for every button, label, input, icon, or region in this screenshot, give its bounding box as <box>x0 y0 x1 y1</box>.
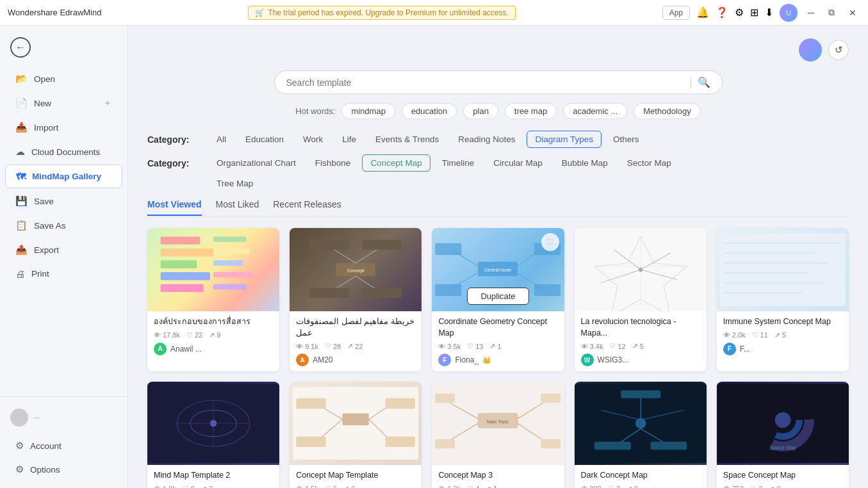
maximize-button[interactable]: ⧉ <box>824 6 839 19</box>
cat-btn-bubble-map[interactable]: Bubble Map <box>554 155 616 171</box>
tab-recent-releases[interactable]: Recent Releases <box>273 199 341 216</box>
grid-icon[interactable]: ⊞ <box>750 6 758 19</box>
template-card-9[interactable]: Dark Concept Map 👁 900 ♡ 3 ↗ 0 U User4 <box>575 382 707 488</box>
hot-word-academic[interactable]: academic ... <box>563 103 627 119</box>
card-meta-1: 👁 17.8k ♡ 22 ↗ 9 <box>154 331 273 339</box>
card-shares-6: ↗ 3 <box>201 485 213 489</box>
app-button[interactable]: App <box>662 6 690 20</box>
duplicate-overlay-3: Duplicate <box>432 281 564 311</box>
card-title-6: Mind Map Template 2 <box>154 470 273 482</box>
template-card-10[interactable]: Space Map Space Concept Map 👁 750 ♡ 2 ↗ … <box>717 382 849 488</box>
svg-line-36 <box>641 270 677 279</box>
svg-rect-17 <box>309 288 349 298</box>
card-info-2: خريطة مفاهيم لفصل المصنفوفات عمل 👁 9.1k … <box>290 311 422 371</box>
back-button[interactable]: ← <box>0 32 127 63</box>
tab-most-viewed[interactable]: Most Viewed <box>147 199 202 216</box>
refresh-button[interactable]: ↺ <box>828 40 849 60</box>
app-name: Wondershare EdrawMind <box>8 8 101 17</box>
user-avatar[interactable]: U <box>780 4 798 22</box>
heart-button-3[interactable]: ♡ <box>541 233 559 251</box>
cat-btn-org-chart[interactable]: Organizational Chart <box>209 155 304 171</box>
template-card-8[interactable]: Main Topic Concept Map 3 👁 1.2k <box>432 382 564 488</box>
hot-word-mindmap[interactable]: mindmap <box>341 103 395 119</box>
template-thumb-10: Space Map <box>717 382 849 465</box>
import-icon: 📥 <box>15 122 28 133</box>
hot-word-treemap[interactable]: tree map <box>505 103 557 119</box>
template-card-6[interactable]: Mind Map Template 2 👁 1.8k ♡ 8 ↗ 3 U Use… <box>147 382 279 488</box>
cat-btn-all[interactable]: All <box>209 131 234 147</box>
close-button[interactable]: ✕ <box>845 6 860 19</box>
card-author-3: F Fiona_ 👑 <box>438 354 557 366</box>
save-icon: 💾 <box>15 195 28 207</box>
view-tabs: Most Viewed Most Liked Recent Releases <box>147 199 849 216</box>
card-info-6: Mind Map Template 2 👁 1.8k ♡ 8 ↗ 3 U Use… <box>147 465 279 488</box>
tab-most-liked[interactable]: Most Liked <box>216 199 259 216</box>
card-views-9: 👁 900 <box>581 485 602 488</box>
sidebar-item-gallery[interactable]: 🗺 MindMap Gallery <box>5 165 122 188</box>
download-icon[interactable]: ⬇ <box>765 6 773 19</box>
search-icon[interactable]: 🔍 <box>698 76 710 88</box>
svg-rect-77 <box>621 390 660 398</box>
title-bar-center: 🛒 The trial period has expired. Upgrade … <box>248 6 516 20</box>
svg-point-75 <box>635 418 645 428</box>
cat-btn-fishbone[interactable]: Fishbone <box>307 155 359 171</box>
card-info-8: Concept Map 3 👁 1.2k ♡ 4 ↗ 1 U User3 <box>432 465 564 488</box>
duplicate-button[interactable]: Duplicate <box>467 288 528 305</box>
cat-btn-diagram-types[interactable]: Diagram Types <box>527 131 602 148</box>
sidebar-item-save[interactable]: 💾 Save <box>5 190 122 213</box>
sidebar-item-open[interactable]: 📂 Open <box>5 67 122 90</box>
template-card-1[interactable]: องค์ประกอบของการสื่อสาร 👁 17.8k ♡ 22 ↗ 9… <box>147 228 279 371</box>
cat-btn-work[interactable]: Work <box>295 131 331 147</box>
svg-rect-0 <box>161 236 201 244</box>
hot-word-plan[interactable]: plan <box>463 103 498 119</box>
account-label: Account <box>30 441 61 451</box>
gallery-label: MindMap Gallery <box>32 172 101 181</box>
card-info-7: Concept Map Template 👁 1.5k ♡ 6 ↗ 2 U Us… <box>290 465 422 488</box>
cat-btn-events[interactable]: Events & Trends <box>368 131 446 147</box>
template-card-3[interactable]: Central Node ♡ Duplicate <box>432 228 564 371</box>
settings-icon[interactable]: ⚙ <box>735 6 744 19</box>
svg-rect-8 <box>213 272 253 277</box>
hot-word-methodology[interactable]: Methodology <box>634 103 700 119</box>
cat-btn-concept-map[interactable]: Concept Map <box>362 154 430 172</box>
cat-btn-sector-map[interactable]: Sector Map <box>619 155 679 171</box>
sidebar-item-options[interactable]: ⚙ Options <box>5 458 122 481</box>
hot-word-education[interactable]: education <box>402 103 457 119</box>
sidebar-item-cloud[interactable]: ☁ Cloud Documents <box>5 140 122 163</box>
card-title-2: خريطة مفاهيم لفصل المصنفوفات عمل <box>296 316 415 339</box>
help-icon[interactable]: ❓ <box>716 6 728 19</box>
search-input[interactable] <box>286 77 684 88</box>
svg-rect-79 <box>594 442 631 450</box>
cat-btn-others[interactable]: Others <box>605 131 647 147</box>
bell-icon[interactable]: 🔔 <box>696 6 709 19</box>
sidebar-item-export[interactable]: 📤 Export <box>5 238 122 261</box>
saveas-icon: 📋 <box>15 220 28 231</box>
cat-btn-education[interactable]: Education <box>238 131 291 147</box>
card-title-4: La revolucion tecnologica - Mapa... <box>581 316 700 339</box>
cat-btn-timeline[interactable]: Timeline <box>434 155 482 171</box>
svg-text:Main Topic: Main Topic <box>487 419 509 425</box>
sidebar-item-saveas[interactable]: 📋 Save As <box>5 214 122 237</box>
template-card-7[interactable]: Concept Map Template 👁 1.5k ♡ 6 ↗ 2 U Us… <box>290 382 422 488</box>
sidebar-item-new[interactable]: 📄 New ＋ <box>5 92 122 115</box>
trial-banner[interactable]: 🛒 The trial period has expired. Upgrade … <box>248 6 516 20</box>
content-user-avatar[interactable] <box>799 38 822 61</box>
export-label: Export <box>34 245 59 255</box>
card-meta-3: 👁 3.5k ♡ 13 ↗ 1 <box>438 342 557 350</box>
sidebar-item-account[interactable]: ⚙ Account <box>5 434 122 457</box>
template-card-2[interactable]: Concept خريطة مفاهيم لفصل المصنفوفات عمل <box>290 228 422 371</box>
minimize-button[interactable]: ─ <box>804 6 818 19</box>
card-likes-8: ♡ 4 <box>467 485 479 489</box>
category-row-2b: Tree Map <box>147 175 849 191</box>
template-card-4[interactable]: La revolucion tecnologica - Mapa... 👁 3.… <box>575 228 707 371</box>
svg-line-37 <box>601 270 641 283</box>
svg-text:Concept: Concept <box>347 268 364 273</box>
cat-btn-circular-map[interactable]: Circular Map <box>486 155 550 171</box>
sidebar-item-import[interactable]: 📥 Import <box>5 116 122 139</box>
cat-btn-life[interactable]: Life <box>334 131 364 147</box>
sidebar-item-print[interactable]: 🖨 Print <box>5 263 122 285</box>
cat-btn-tree-map[interactable]: Tree Map <box>209 175 261 191</box>
trial-text: The trial period has expired. Upgrade to… <box>268 8 509 17</box>
cat-btn-reading[interactable]: Reading Notes <box>450 131 523 147</box>
template-card-5[interactable]: Immune System Concept Map 👁 2.0k ♡ 11 ↗ … <box>717 228 849 371</box>
